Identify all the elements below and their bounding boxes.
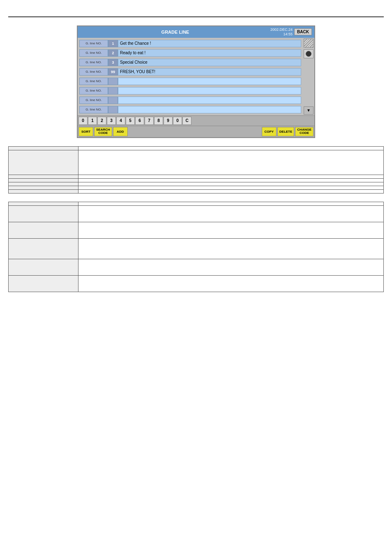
image-icon[interactable] — [304, 39, 314, 48]
table-cell — [9, 276, 78, 292]
grade-text-3[interactable]: Special Choice — [118, 59, 301, 66]
table-cell — [78, 186, 384, 190]
num-btn-3[interactable]: 3 — [107, 117, 116, 125]
grade-num-6 — [108, 87, 118, 94]
tables-section — [8, 146, 384, 292]
screen-toolbar: SORT SEARCHCODE ADD COPY DELETE CHANGECO… — [78, 126, 314, 138]
num-btn-5[interactable]: 5 — [126, 117, 135, 125]
table-cell — [9, 175, 78, 179]
num-btn-7[interactable]: 7 — [145, 117, 154, 125]
table-cell — [78, 190, 384, 193]
table-cell — [9, 259, 78, 276]
table-cell — [78, 276, 384, 292]
sort-button[interactable]: SORT — [78, 127, 93, 137]
table-cell — [9, 206, 78, 222]
delete-button[interactable]: DELETE — [277, 127, 295, 137]
table-cell — [78, 147, 384, 150]
table-cell — [9, 222, 78, 239]
grade-row-8: G. line NO. — [79, 105, 301, 114]
grade-num-3: 3 — [108, 59, 118, 66]
table-cell — [9, 202, 78, 206]
grade-label-5: G. line NO. — [79, 78, 108, 85]
table-row — [9, 259, 384, 276]
table-cell — [9, 150, 78, 175]
add-button[interactable]: ADD — [113, 127, 128, 137]
screen-sidebar: ▼ — [303, 38, 314, 115]
table-cell — [78, 206, 384, 222]
table-2 — [8, 202, 384, 292]
num-btn-1[interactable]: 1 — [88, 117, 97, 125]
table-row — [9, 190, 384, 193]
num-btn-8[interactable]: 8 — [154, 117, 163, 125]
table-row — [9, 276, 384, 292]
diagonal-icon — [304, 39, 313, 47]
table-row — [9, 186, 384, 190]
table-row — [9, 202, 384, 206]
table-cell — [78, 150, 384, 175]
grade-row-3: G. line NO. 3 Special Choice — [79, 58, 301, 67]
table-cell — [78, 259, 384, 276]
screen-wrapper: GRADE LINE 2002.DEC.24 14:55 BACK G. lin… — [0, 25, 392, 138]
grade-label-3: G. line NO. — [79, 59, 108, 66]
table-row — [9, 150, 384, 175]
table-cell — [9, 179, 78, 182]
change-code-button[interactable]: CHANGECODE — [295, 127, 314, 137]
table-cell — [78, 202, 384, 206]
table-cell — [78, 222, 384, 239]
num-btn-c[interactable]: C — [182, 117, 191, 125]
copy-button[interactable]: COPY — [262, 127, 277, 137]
table-1 — [8, 146, 384, 193]
grade-text-8[interactable] — [118, 106, 301, 113]
table-row — [9, 179, 384, 182]
grade-label-2: G. line NO. — [79, 49, 108, 57]
grade-label-6: G. line NO. — [79, 87, 108, 94]
screen-body: G. line NO. 1 Get the Chance ! G. line N… — [78, 38, 314, 115]
grade-text-1[interactable]: Get the Chance ! — [118, 40, 301, 47]
table-row — [9, 222, 384, 239]
grade-num-1: 1 — [108, 40, 118, 47]
num-btn-2[interactable]: 2 — [97, 117, 106, 125]
grade-label-1: G. line NO. — [79, 40, 108, 47]
grade-num-4: 99 — [108, 68, 118, 76]
screen-datetime: 2002.DEC.24 14:55 — [270, 28, 293, 37]
table-cell — [9, 239, 78, 259]
table-row — [9, 147, 384, 150]
grade-line-screen: GRADE LINE 2002.DEC.24 14:55 BACK G. lin… — [77, 25, 315, 138]
table-row — [9, 239, 384, 259]
screen-header: GRADE LINE 2002.DEC.24 14:55 BACK — [78, 26, 314, 38]
grade-text-5[interactable] — [118, 78, 301, 85]
grade-text-7[interactable] — [118, 97, 301, 104]
table-cell — [9, 186, 78, 190]
num-btn-4[interactable]: 4 — [116, 117, 125, 125]
scroll-down-button[interactable]: ▼ — [304, 106, 314, 115]
table-cell — [78, 182, 384, 186]
table-cell — [78, 175, 384, 179]
grade-text-6[interactable] — [118, 87, 301, 94]
circle-shape — [306, 51, 311, 57]
search-code-button[interactable]: SEARCHCODE — [94, 127, 112, 137]
grade-num-8 — [108, 106, 118, 113]
num-btn-0b[interactable]: 0 — [173, 117, 182, 125]
circle-icon[interactable] — [304, 49, 314, 58]
top-divider — [8, 16, 384, 17]
grade-text-2[interactable]: Ready to eat ! — [118, 49, 301, 57]
grade-row-5: G. line NO. — [79, 77, 301, 86]
grade-label-8: G. line NO. — [79, 106, 108, 113]
table-row — [9, 182, 384, 186]
num-btn-0a[interactable]: 0 — [78, 117, 88, 125]
grade-row-1: G. line NO. 1 Get the Chance ! — [79, 39, 301, 48]
table-cell — [9, 147, 78, 150]
grade-row-7: G. line NO. — [79, 96, 301, 105]
grade-label-4: G. line NO. — [79, 68, 108, 76]
grade-text-4[interactable]: FRESH, YOU BET! — [118, 68, 301, 76]
grade-row-6: G. line NO. — [79, 86, 301, 95]
numpad-row: 0 1 2 3 4 5 6 7 8 9 0 C — [78, 115, 314, 126]
table-row — [9, 206, 384, 222]
num-btn-6[interactable]: 6 — [135, 117, 144, 125]
back-button[interactable]: BACK — [294, 28, 312, 35]
grade-row-2: G. line NO. 2 Ready to eat ! — [79, 48, 301, 58]
grade-line-list: G. line NO. 1 Get the Chance ! G. line N… — [78, 38, 303, 115]
num-btn-9[interactable]: 9 — [164, 117, 173, 125]
grade-num-5 — [108, 78, 118, 85]
table-row — [9, 175, 384, 179]
